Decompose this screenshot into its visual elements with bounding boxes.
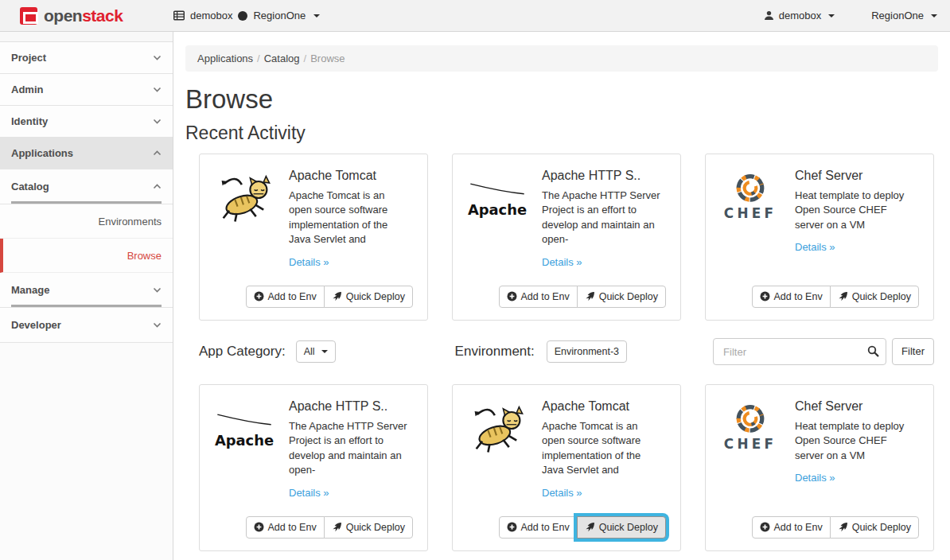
region-menu[interactable]: RegionOne — [871, 10, 937, 21]
breadcrumb-applications[interactable]: Applications — [197, 52, 253, 64]
svg-text:CHEF: CHEF — [724, 436, 777, 452]
quick-deploy-button[interactable]: Quick Deploy — [324, 516, 413, 539]
details-link[interactable]: Details » — [542, 487, 582, 499]
rocket-icon — [332, 291, 342, 301]
app-category-dropdown[interactable]: All — [296, 340, 336, 363]
add-to-env-button[interactable]: Add to Env — [752, 516, 831, 539]
sidebar-item-browse[interactable]: Browse — [0, 239, 173, 273]
sidebar-item-project[interactable]: Project — [0, 42, 173, 74]
add-to-env-button[interactable]: Add to Env — [499, 516, 578, 539]
app-description: The Apache HTTP Server Project is an eff… — [542, 189, 663, 247]
plus-circle-icon — [254, 522, 264, 532]
apache-logo[interactable]: Apache — [465, 170, 529, 226]
sidebar-item-identity[interactable]: Identity — [0, 106, 173, 138]
breadcrumb-browse: Browse — [310, 52, 345, 64]
chef-logo[interactable]: CHEF — [718, 401, 782, 457]
recent-activity-cards: Apache Tomcat Apache Tomcat is an open s… — [199, 154, 938, 321]
app-description: Apache Tomcat is an open source software… — [542, 419, 663, 478]
details-link[interactable]: Details » — [542, 256, 582, 268]
quick-deploy-button[interactable]: Quick Deploy — [830, 286, 919, 308]
card-action-buttons: Add to Env Quick Deploy — [499, 516, 667, 539]
catalog-filter-bar: App Category: All Environment: Environme… — [199, 338, 934, 365]
plus-circle-icon — [507, 291, 517, 301]
sidebar-item-label: Catalog — [11, 181, 49, 192]
app-title: Apache HTTP S.. — [542, 169, 663, 183]
card-info: Apache Tomcat Apache Tomcat is an open s… — [289, 167, 410, 269]
user-menu[interactable]: demobox — [764, 10, 835, 21]
apache-logo[interactable]: Apache — [212, 401, 276, 457]
rocket-icon — [585, 291, 595, 301]
add-to-env-label: Add to Env — [521, 290, 570, 303]
sidebar-item-catalog[interactable]: Catalog — [0, 169, 173, 204]
add-to-env-button[interactable]: Add to Env — [752, 286, 831, 308]
card-action-buttons: Add to Env Quick Deploy — [499, 286, 667, 308]
sidebar-item-label: Developer — [11, 319, 61, 331]
sidebar: ProjectAdminIdentityApplicationsCatalogE… — [0, 32, 173, 560]
details-link[interactable]: Details » — [289, 487, 329, 499]
add-to-env-label: Add to Env — [268, 290, 317, 303]
sidebar-item-label: Admin — [11, 84, 43, 95]
svg-text:CHEF: CHEF — [724, 205, 777, 221]
sidebar-item-developer[interactable]: Developer — [0, 308, 173, 343]
breadcrumb-catalog[interactable]: Catalog — [264, 52, 300, 64]
search-icon[interactable] — [867, 345, 879, 357]
sidebar-item-label: Identity — [11, 115, 48, 127]
add-to-env-button[interactable]: Add to Env — [246, 286, 325, 308]
add-to-env-label: Add to Env — [774, 521, 823, 534]
breadcrumb-separator: / — [253, 52, 264, 64]
app-title: Chef Server — [795, 169, 916, 183]
add-to-env-label: Add to Env — [268, 521, 317, 534]
app-card: Apache Apache HTTP S.. The Apache HTTP S… — [452, 154, 681, 321]
user-menu-label: demobox — [779, 10, 821, 21]
app-title: Apache HTTP S.. — [289, 399, 410, 414]
card-action-buttons: Add to Env Quick Deploy — [752, 516, 920, 539]
card-info: Apache Tomcat Apache Tomcat is an open s… — [542, 398, 663, 500]
openstack-cube-icon — [20, 7, 37, 25]
sidebar-item-label: Applications — [11, 147, 73, 159]
sidebar-item-applications[interactable]: Applications — [0, 138, 173, 169]
app-description: Heat template to deploy Open Source CHEF… — [795, 419, 916, 463]
chevron-up-icon — [153, 150, 162, 156]
quick-deploy-button[interactable]: Quick Deploy — [830, 516, 919, 539]
quick-deploy-label: Quick Deploy — [599, 521, 658, 534]
filter-button[interactable]: Filter — [892, 338, 934, 365]
plus-circle-icon — [760, 522, 770, 532]
sidebar-top-strip — [0, 32, 173, 42]
recent-activity-title: Recent Activity — [185, 122, 938, 144]
sidebar-item-label: Project — [11, 52, 46, 64]
openstack-logo[interactable]: openstack — [0, 6, 159, 25]
quick-deploy-button[interactable]: Quick Deploy — [577, 516, 666, 539]
quick-deploy-label: Quick Deploy — [852, 521, 911, 534]
filter-input[interactable] — [713, 338, 886, 365]
card-info: Apache HTTP S.. The Apache HTTP Server P… — [542, 167, 663, 269]
sidebar-item-manage[interactable]: Manage — [0, 273, 173, 308]
sidebar-item-environments[interactable]: Environments — [0, 204, 173, 239]
details-link[interactable]: Details » — [289, 256, 329, 268]
rocket-icon — [585, 522, 595, 532]
dot-separator-icon — [238, 11, 247, 21]
app-card: Apache Apache HTTP S.. The Apache HTTP S… — [199, 384, 428, 551]
add-to-env-button[interactable]: Add to Env — [499, 286, 578, 308]
app-description: Apache Tomcat is an open source software… — [289, 189, 410, 247]
sidebar-item-admin[interactable]: Admin — [0, 74, 173, 106]
tomcat-logo[interactable] — [465, 401, 529, 457]
sidebar-item-label: Browse — [127, 250, 162, 262]
card-action-buttons: Add to Env Quick Deploy — [246, 516, 414, 539]
add-to-env-button[interactable]: Add to Env — [246, 516, 325, 539]
app-title: Chef Server — [795, 399, 916, 414]
card-top: CHEF Chef Server Heat template to deploy… — [718, 398, 921, 484]
chef-logo[interactable]: CHEF — [718, 170, 782, 226]
project-region-switcher[interactable]: demobox RegionOne — [173, 10, 320, 21]
tomcat-logo[interactable] — [212, 170, 276, 226]
details-link[interactable]: Details » — [795, 241, 835, 253]
environment-button[interactable]: Environment-3 — [547, 340, 627, 363]
plus-circle-icon — [254, 291, 264, 301]
openstack-logo-text: openstack — [44, 6, 123, 25]
details-link[interactable]: Details » — [795, 472, 835, 484]
quick-deploy-button[interactable]: Quick Deploy — [324, 286, 413, 308]
app-description: Heat template to deploy Open Source CHEF… — [795, 189, 916, 232]
chevron-down-icon — [153, 287, 162, 293]
quick-deploy-button[interactable]: Quick Deploy — [577, 286, 666, 308]
quick-deploy-label: Quick Deploy — [346, 290, 405, 303]
catalog-cards: Apache Apache HTTP S.. The Apache HTTP S… — [199, 384, 938, 551]
